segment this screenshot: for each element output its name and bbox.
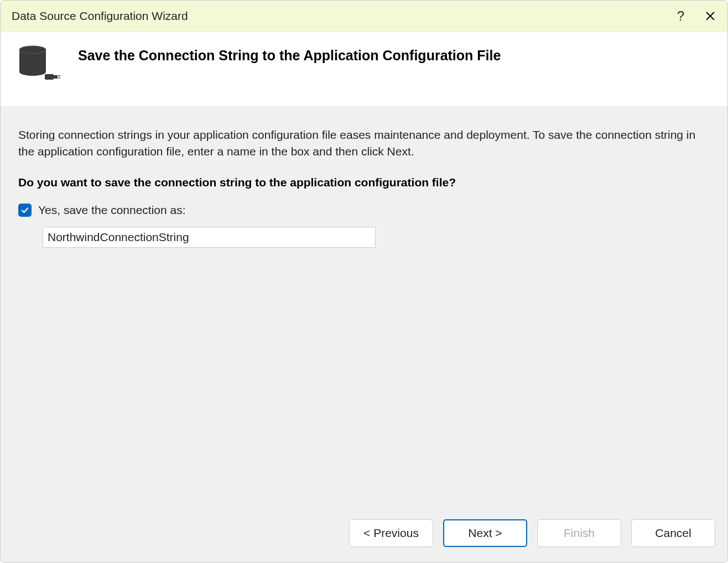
save-connection-row: Yes, save the connection as: <box>18 204 710 217</box>
svg-rect-6 <box>45 74 54 80</box>
title-bar: Data Source Configuration Wizard ? <box>1 1 727 32</box>
question-text: Do you want to save the connection strin… <box>18 176 710 189</box>
window-title: Data Source Configuration Wizard <box>12 9 188 23</box>
close-icon <box>705 11 715 21</box>
check-icon <box>20 206 29 215</box>
cancel-button[interactable]: Cancel <box>631 519 715 547</box>
description-text: Storing connection strings in your appli… <box>18 127 710 160</box>
footer: < Previous Next > Finish Cancel <box>1 508 727 562</box>
page-title: Save the Connection String to the Applic… <box>78 48 501 64</box>
previous-button[interactable]: < Previous <box>349 519 433 547</box>
database-icon <box>17 45 61 84</box>
content-area: Storing connection strings in your appli… <box>1 107 727 508</box>
wizard-dialog: Data Source Configuration Wizard ? <box>0 0 728 563</box>
svg-point-4 <box>19 68 46 76</box>
title-controls: ? <box>677 8 716 24</box>
header-section: Save the Connection String to the Applic… <box>1 32 727 107</box>
save-connection-label: Yes, save the connection as: <box>38 204 186 217</box>
connection-name-wrap <box>43 227 710 248</box>
finish-button: Finish <box>537 519 621 547</box>
connection-name-input[interactable] <box>43 227 376 248</box>
close-button[interactable] <box>704 10 716 22</box>
next-button[interactable]: Next > <box>443 519 527 547</box>
svg-rect-7 <box>54 75 58 79</box>
help-button[interactable]: ? <box>677 8 684 24</box>
save-connection-checkbox[interactable] <box>18 204 32 217</box>
